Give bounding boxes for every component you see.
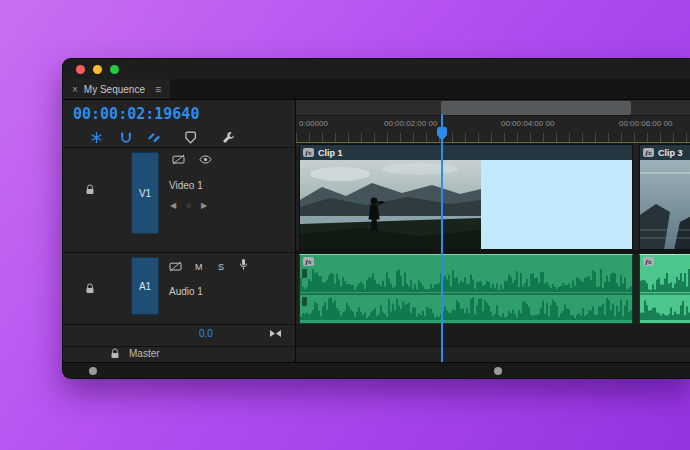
- snap-icon[interactable]: [117, 129, 135, 145]
- fx-badge[interactable]: fx: [303, 257, 314, 266]
- playhead-timecode[interactable]: 00:00:02:19640: [73, 105, 199, 123]
- nest-icon[interactable]: [87, 129, 105, 145]
- solo-button[interactable]: S: [218, 262, 224, 272]
- prev-keyframe-icon[interactable]: ◀: [170, 201, 176, 210]
- clip-thumbnail: [640, 160, 690, 249]
- zoom-scrollbar[interactable]: [296, 100, 690, 116]
- channel-divider: [640, 293, 690, 295]
- lock-icon[interactable]: [85, 283, 95, 294]
- tab-title: My Sequence: [84, 84, 145, 95]
- next-keyframe-icon[interactable]: ▶: [201, 201, 207, 210]
- master-track-label: Master: [129, 348, 160, 359]
- zoom-button[interactable]: [110, 65, 119, 74]
- track-header-panel: 00:00:02:19640 V1: [63, 100, 296, 362]
- scrollbar-knob-center[interactable]: [494, 367, 502, 375]
- master-track-lane[interactable]: [296, 346, 690, 362]
- video-track-name[interactable]: Video 1: [169, 180, 203, 191]
- panel-tabbar: × My Sequence ≡: [63, 79, 690, 100]
- track-output-eye-icon[interactable]: [199, 155, 212, 164]
- linked-selection-icon[interactable]: [145, 129, 163, 145]
- ruler-label: 0:00000: [299, 119, 328, 128]
- fx-badge[interactable]: fx: [303, 148, 314, 157]
- ruler-label: 00:00:06:00 00: [619, 119, 672, 128]
- timeline-settings-icon[interactable]: [219, 129, 237, 145]
- titlebar: [63, 59, 690, 79]
- ruler-ticks: [296, 133, 690, 142]
- waveform: [300, 268, 632, 292]
- clip-thumbnail: [300, 160, 481, 249]
- divider: [63, 324, 295, 325]
- clip-label: Clip 3: [658, 148, 683, 158]
- divider: [63, 147, 295, 148]
- fx-badge[interactable]: fx: [643, 148, 654, 157]
- lock-icon[interactable]: [110, 348, 120, 359]
- clip-label: Clip 1: [318, 148, 343, 158]
- add-keyframe-icon[interactable]: ○: [186, 201, 191, 210]
- clip-header: fx Clip 1: [300, 145, 632, 160]
- timeline-window: × My Sequence ≡ 00:00:02:19640: [62, 58, 690, 379]
- sequence-tab[interactable]: × My Sequence ≡: [63, 79, 170, 99]
- audio-clip-3[interactable]: fx: [639, 254, 690, 324]
- horizontal-scrollbar[interactable]: [63, 362, 690, 378]
- close-button[interactable]: [76, 65, 85, 74]
- video-track-target[interactable]: V1: [131, 152, 159, 234]
- ruler-label: 00:00:04:00 00: [501, 119, 554, 128]
- channel-divider: [300, 293, 632, 295]
- video-clip-3[interactable]: fx Clip 3: [639, 144, 690, 250]
- divider: [63, 346, 295, 347]
- waveform: [640, 296, 690, 320]
- clip-selection-region[interactable]: [481, 160, 632, 249]
- keyframe-toggle-icon[interactable]: [269, 329, 282, 338]
- sync-lock-icon[interactable]: [172, 154, 185, 165]
- audio-track-name[interactable]: Audio 1: [169, 286, 203, 297]
- timeline-panel: 00:00:02:19640 V1: [63, 100, 690, 362]
- voiceover-mic-icon[interactable]: [239, 258, 248, 271]
- divider: [63, 252, 295, 253]
- add-marker-icon[interactable]: [181, 129, 199, 145]
- desktop: { "window": { "traffic_lights": ["#ff5f5…: [0, 0, 690, 450]
- lock-icon[interactable]: [85, 184, 95, 195]
- work-area-line: [296, 142, 690, 143]
- waveform: [640, 268, 690, 292]
- audio-track-target[interactable]: A1: [131, 257, 159, 315]
- timeline-tracks-area: 0:00000 00:00:02:00 00 00:00:04:00 00 00…: [296, 100, 690, 362]
- scrollbar-knob-left[interactable]: [89, 367, 97, 375]
- waveform: [300, 296, 632, 320]
- keyframe-nav: ◀ ○ ▶: [170, 201, 207, 210]
- time-ruler[interactable]: 0:00000 00:00:02:00 00 00:00:04:00 00 00…: [296, 100, 690, 142]
- fx-badge[interactable]: fx: [643, 257, 654, 266]
- panel-menu-icon[interactable]: ≡: [155, 83, 161, 95]
- audio-clip-1[interactable]: fx: [299, 254, 633, 324]
- ruler-label: 00:00:02:00 00: [384, 119, 437, 128]
- tab-close-icon[interactable]: ×: [72, 84, 78, 95]
- playhead-line[interactable]: [441, 114, 443, 362]
- work-area-band[interactable]: [441, 101, 631, 115]
- minimize-button[interactable]: [93, 65, 102, 74]
- mute-button[interactable]: M: [195, 262, 203, 272]
- sync-lock-icon[interactable]: [169, 261, 182, 272]
- clip-header: fx Clip 3: [640, 145, 690, 160]
- gain-value[interactable]: 0.0: [199, 328, 213, 339]
- video-clip-1[interactable]: fx Clip 1: [299, 144, 633, 250]
